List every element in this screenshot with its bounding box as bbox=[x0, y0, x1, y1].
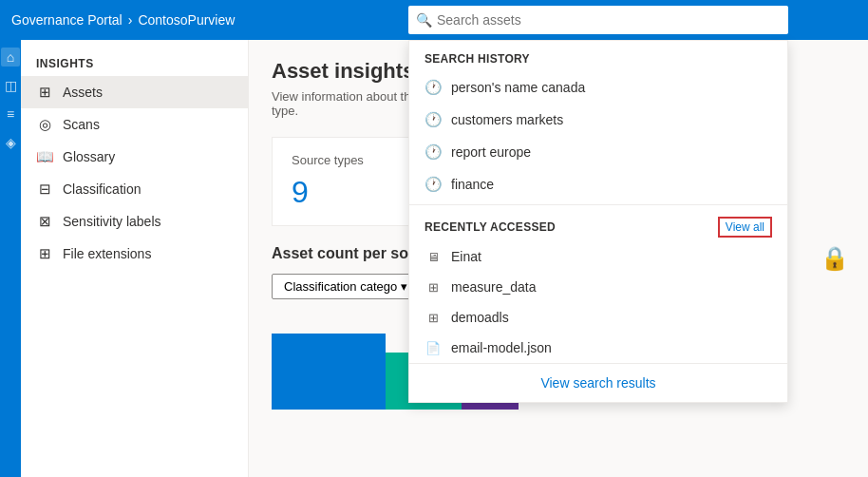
breadcrumb-separator: › bbox=[128, 12, 133, 28]
recent-grid-icon-1: ⊞ bbox=[425, 280, 442, 295]
history-item-3[interactable]: 🕐 finance bbox=[409, 168, 787, 200]
history-clock-icon-1: 🕐 bbox=[425, 111, 442, 128]
recent-item-2[interactable]: ⊞ demoadls bbox=[409, 302, 787, 333]
breadcrumb-subtitle: ContosoPurview bbox=[138, 12, 235, 28]
recent-item-3[interactable]: 📄 email-model.json bbox=[409, 333, 787, 363]
recent-item-label-2: demoadls bbox=[451, 310, 509, 325]
file-ext-icon: ⊞ bbox=[36, 245, 53, 262]
recent-item-label-1: measure_data bbox=[451, 279, 537, 295]
icon-rail: ⌂ ◫ ≡ ◈ bbox=[0, 40, 21, 477]
recent-item-label-3: email-model.json bbox=[451, 340, 552, 355]
search-input[interactable] bbox=[408, 6, 788, 34]
source-types-value: 9 bbox=[292, 175, 404, 210]
view-all-button[interactable]: View all bbox=[718, 217, 772, 238]
sensitivity-icon: ⊠ bbox=[36, 213, 53, 230]
search-bar[interactable]: 🔍 bbox=[408, 6, 868, 34]
recent-item-1[interactable]: ⊞ measure_data bbox=[409, 272, 787, 302]
history-item-label-0: person's name canada bbox=[451, 80, 585, 95]
view-search-results-link[interactable]: View search results bbox=[409, 363, 787, 402]
assets-icon: ⊞ bbox=[36, 84, 53, 101]
recent-grid-icon-2: ⊞ bbox=[425, 311, 442, 325]
sidebar-item-glossary[interactable]: 📖 Glossary bbox=[21, 141, 248, 173]
source-types-card: Source types 9 bbox=[272, 137, 424, 226]
sidebar-item-classification[interactable]: ⊟ Classification bbox=[21, 173, 248, 205]
recent-item-label-0: Einat bbox=[451, 249, 481, 264]
scans-icon: ◎ bbox=[36, 116, 53, 133]
rail-list-icon[interactable]: ≡ bbox=[1, 105, 20, 124]
sidebar-item-classification-label: Classification bbox=[63, 181, 141, 197]
recent-item-0[interactable]: 🖥 Einat bbox=[409, 241, 787, 272]
topbar: Governance Portal › ContosoPurview 🔍 bbox=[0, 0, 868, 40]
sidebar-item-assets[interactable]: ⊞ Assets bbox=[21, 76, 248, 108]
sidebar-item-scans-label: Scans bbox=[63, 117, 100, 132]
recently-accessed-title: Recently accessed bbox=[425, 220, 556, 234]
history-item-label-1: customers markets bbox=[451, 112, 563, 127]
sidebar-item-sensitivity[interactable]: ⊠ Sensitivity labels bbox=[21, 205, 248, 238]
rail-home-icon[interactable]: ⌂ bbox=[1, 48, 20, 67]
divider bbox=[409, 204, 787, 205]
sidebar: Insights ⊞ Assets ◎ Scans 📖 Glossary ⊟ C… bbox=[21, 40, 249, 477]
history-item-label-3: finance bbox=[451, 177, 494, 192]
search-dropdown: Search history 🕐 person's name canada 🕐 … bbox=[408, 40, 788, 403]
recently-accessed-header: Recently accessed View all bbox=[409, 209, 787, 241]
history-item-0[interactable]: 🕐 person's name canada bbox=[409, 71, 787, 104]
filter-label: Classification catego bbox=[284, 279, 397, 294]
recent-file-icon: 📄 bbox=[425, 341, 442, 355]
sidebar-item-glossary-label: Glossary bbox=[63, 149, 115, 164]
sidebar-item-assets-label: Assets bbox=[63, 85, 103, 100]
recent-monitor-icon: 🖥 bbox=[425, 250, 442, 264]
sidebar-item-file-extensions[interactable]: ⊞ File extensions bbox=[21, 238, 248, 270]
search-icon: 🔍 bbox=[416, 12, 432, 28]
chevron-down-icon: ▾ bbox=[401, 279, 407, 294]
classification-icon: ⊟ bbox=[36, 181, 53, 198]
sidebar-item-sensitivity-label: Sensitivity labels bbox=[63, 214, 161, 229]
sidebar-section-title: Insights bbox=[21, 51, 248, 76]
sidebar-item-file-ext-label: File extensions bbox=[63, 246, 151, 261]
source-types-label: Source types bbox=[292, 153, 404, 167]
brand-area: Governance Portal › ContosoPurview bbox=[11, 12, 235, 28]
history-clock-icon-0: 🕐 bbox=[425, 79, 442, 96]
glossary-icon: 📖 bbox=[36, 148, 53, 165]
lock-icon: 🔒 bbox=[821, 245, 849, 272]
rail-tag-icon[interactable]: ◈ bbox=[1, 133, 20, 152]
brand-text: Governance Portal bbox=[11, 12, 123, 28]
bar-blue bbox=[272, 334, 386, 410]
history-item-2[interactable]: 🕐 report europe bbox=[409, 136, 787, 168]
history-clock-icon-3: 🕐 bbox=[425, 176, 442, 193]
classification-filter-btn[interactable]: Classification catego ▾ bbox=[272, 274, 420, 299]
sidebar-item-scans[interactable]: ◎ Scans bbox=[21, 108, 248, 141]
rail-db-icon[interactable]: ◫ bbox=[1, 76, 20, 95]
search-history-title: Search history bbox=[409, 41, 787, 71]
history-item-label-2: report europe bbox=[451, 144, 531, 160]
history-clock-icon-2: 🕐 bbox=[425, 143, 442, 161]
history-item-1[interactable]: 🕐 customers markets bbox=[409, 104, 787, 136]
